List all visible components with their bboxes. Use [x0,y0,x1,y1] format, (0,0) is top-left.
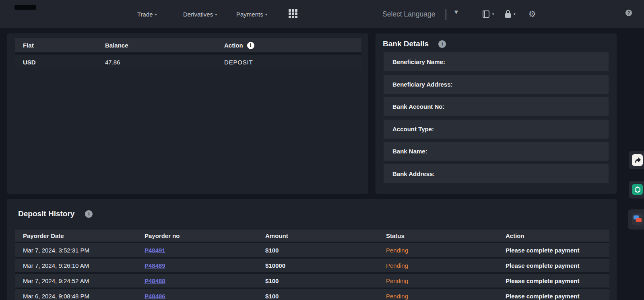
settings-gear-icon[interactable]: ⚙ [528,0,536,28]
currency-code: USD [23,59,36,66]
status-badge: Pending [386,262,408,269]
deposit-history-title: Deposit History [18,209,74,218]
chevron-down-icon: ▾ [155,12,157,17]
wallet-menu[interactable]: ▾ [482,0,494,28]
payorder-link[interactable]: P48489 [144,262,165,269]
amount: $100 [265,247,279,254]
chatgpt-icon [634,186,641,193]
bank-field-beneficiary-address: Beneficiary Address: [384,75,609,94]
nav-derivatives-label: Derivatives [183,11,213,18]
deposit-button[interactable]: DEPOSIT [224,59,253,66]
col-header-payorder-no: Payorder no [144,232,180,239]
top-navigation-bar: Trade ▾ Derivatives ▾ Payments ▾ Select … [0,0,644,28]
bank-field-bank-address: Bank Address: [384,164,609,183]
nav-trade[interactable]: Trade ▾ [137,0,157,28]
nav-derivatives[interactable]: Derivatives ▾ [183,0,217,28]
separator [446,9,446,20]
fiat-row-usd: USD 47.86 DEPOSIT [15,55,361,69]
col-header-payorder-date: Payorder Date [23,232,64,239]
deposit-history-table: Payorder Date Payorder no Amount Status … [15,230,609,300]
red-chat-bubble-icon [636,218,642,222]
amount: $10000 [265,262,285,269]
help-icon[interactable]: ? [625,10,632,16]
bank-field-beneficiary-name: Beneficiary Name: [384,52,609,71]
bank-field-account-no: Bank Account No: [384,97,609,116]
fiat-table: Fiat Balance Action i USD 47.86 DEPOSIT [15,38,361,69]
status-badge: Pending [386,293,408,300]
bank-details-panel: Bank Details i Beneficiary Name: Benefic… [376,33,617,194]
action-text: Please complete payment [506,262,579,269]
payorder-date: Mar 6, 2024, 9:08:48 PM [23,293,89,300]
table-row: Mar 7, 2024, 9:24:52 AM P48488 $100 Pend… [15,274,609,288]
fiat-table-header: Fiat Balance Action i [15,38,361,52]
amount: $100 [265,277,279,284]
chatgpt-extension-button[interactable] [632,184,643,195]
wallet-book-icon [482,10,491,18]
chevron-down-icon: ▾ [492,12,494,16]
field-label: Account Type: [392,126,434,132]
lock-icon [504,10,512,19]
fiat-header: Fiat [23,42,34,49]
table-row: Mar 7, 2024, 9:26:10 AM P48489 $10000 Pe… [15,259,609,272]
status-badge: Pending [386,247,408,254]
col-header-action: Action [506,232,524,239]
select-language-label: Select Language [382,10,435,19]
nav-payments[interactable]: Payments ▾ [236,0,267,28]
table-row: Mar 7, 2024, 3:52:31 PM P48491 $100 Pend… [15,243,609,257]
col-header-status: Status [386,232,405,239]
fiat-balance-panel: Fiat Balance Action i USD 47.86 DEPOSIT [7,33,368,194]
payorder-date: Mar 7, 2024, 9:26:10 AM [23,262,89,269]
status-badge: Pending [386,277,408,284]
site-logo[interactable] [14,5,36,10]
select-language[interactable]: Select Language [382,0,435,28]
bank-field-bank-name: Bank Name: [384,142,609,161]
action-text: Please complete payment [506,247,579,254]
deposit-table-header: Payorder Date Payorder no Amount Status … [15,230,609,242]
chevron-down-icon: ▾ [265,12,267,17]
chat-extension-button[interactable] [632,213,643,225]
amount: $100 [265,293,279,300]
balance-header: Balance [105,42,128,49]
payorder-date: Mar 7, 2024, 9:24:52 AM [23,277,89,284]
info-icon[interactable]: i [438,40,446,48]
share-arrow-icon [634,157,642,164]
bank-details-title: Bank Details [383,39,429,48]
col-header-amount: Amount [265,232,288,239]
nav-payments-label: Payments [236,11,263,18]
field-label: Beneficiary Name: [392,58,445,65]
language-dropdown-icon[interactable]: ▼ [453,8,459,15]
deposit-history-panel: Deposit History i Payorder Date Payorder… [7,199,617,300]
share-button[interactable] [632,154,643,166]
nav-trade-label: Trade [137,11,153,18]
apps-grid-icon[interactable] [289,9,299,19]
currency-balance: 47.86 [105,59,120,66]
payorder-link[interactable]: P48488 [144,277,165,284]
payorder-link[interactable]: P48491 [144,247,165,254]
bank-field-account-type: Account Type: [384,120,609,139]
action-text: Please complete payment [506,293,579,300]
field-label: Bank Name: [392,148,427,155]
security-menu[interactable]: ▾ [504,0,516,28]
payorder-date: Mar 7, 2024, 3:52:31 PM [23,247,89,254]
field-label: Beneficiary Address: [392,81,453,88]
payorder-link[interactable]: P48486 [144,293,165,300]
action-header: Action [224,42,243,49]
table-row: Mar 6, 2024, 9:08:48 PM P48486 $100 Pend… [15,289,609,300]
action-text: Please complete payment [506,277,579,284]
info-icon[interactable]: i [247,42,254,49]
field-label: Bank Account No: [392,103,444,110]
chevron-down-icon: ▾ [514,12,516,16]
field-label: Bank Address: [392,170,435,177]
chevron-down-icon: ▾ [215,12,217,17]
info-icon[interactable]: i [85,210,93,218]
